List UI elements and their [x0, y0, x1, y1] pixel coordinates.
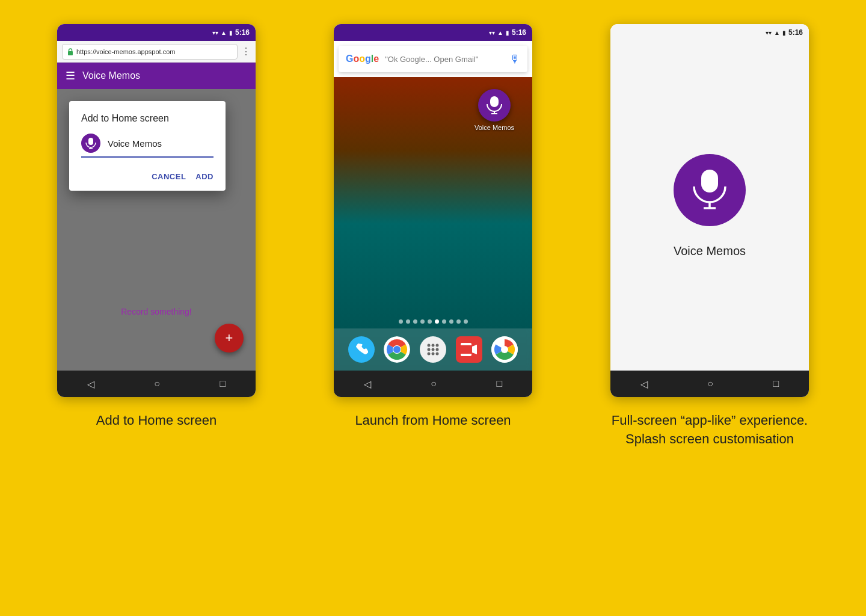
dialog-buttons: CANCEL ADD [81, 170, 213, 183]
svg-point-18 [435, 353, 438, 356]
phone-section-3: ▾▾ ▲ ▮ 5:16 Voice Memos [589, 24, 830, 449]
record-text: Record something! [57, 307, 256, 316]
add-to-homescreen-dialog: Add to Home screen Voice Memos [69, 101, 226, 191]
dot-3 [413, 319, 417, 324]
svg-point-13 [427, 348, 430, 351]
svg-rect-24 [468, 343, 470, 345]
signal-icon-2: ▲ [497, 29, 503, 36]
dock-apps-icon[interactable] [420, 336, 446, 363]
phones-row: ▾▾ ▲ ▮ 5:16 https://voice-memos.appspot.… [36, 24, 830, 449]
svg-rect-0 [68, 51, 73, 55]
phone-frame-2: ▾▾ ▲ ▮ 5:16 Google "Ok Google... Open Gm… [334, 24, 532, 397]
dot-7 [442, 319, 446, 324]
phone1-label: Add to Home screen [96, 411, 217, 430]
nav-bar-1: ◁ ○ □ [57, 371, 256, 397]
app-dock [334, 328, 532, 371]
svg-rect-4 [490, 96, 499, 107]
time-display-1: 5:16 [235, 28, 250, 37]
nav-back-button-2[interactable]: ◁ [364, 378, 371, 390]
svg-rect-25 [461, 354, 462, 356]
nav-home-button-2[interactable]: ○ [431, 378, 437, 389]
svg-point-14 [431, 348, 434, 351]
wifi-icon: ▾▾ [212, 29, 218, 36]
nav-home-button-3[interactable]: ○ [707, 378, 713, 389]
svg-rect-27 [466, 354, 467, 356]
phone2-label: Launch from Home screen [355, 411, 511, 430]
dot-2 [406, 319, 410, 324]
svg-point-15 [435, 348, 438, 351]
mic-icon-small [85, 137, 96, 149]
svg-point-12 [435, 344, 438, 347]
google-logo: Google [346, 54, 379, 64]
dot-5 [428, 319, 432, 324]
svg-rect-21 [461, 343, 462, 345]
url-text: https://voice-memos.appspot.com [76, 48, 175, 55]
wifi-icon-2: ▾▾ [489, 29, 495, 36]
svg-point-16 [427, 353, 430, 356]
dock-phone-icon[interactable] [348, 336, 375, 363]
svg-point-17 [431, 353, 434, 356]
home-voice-memos-icon[interactable]: Voice Memos [474, 89, 514, 131]
app-header-1: ☰ Voice Memos [57, 63, 256, 89]
time-display-3: 5:16 [788, 28, 803, 37]
battery-icon-2: ▮ [506, 29, 509, 36]
dock-photos-icon[interactable] [491, 336, 518, 363]
mic-icon-splash [690, 168, 729, 212]
svg-rect-20 [461, 345, 471, 354]
dot-9 [456, 319, 461, 324]
wifi-icon-3: ▾▾ [766, 29, 772, 36]
splash-screen: Voice Memos [610, 41, 809, 371]
dialog-input-row: Voice Memos [81, 134, 213, 158]
dialog-cancel-button[interactable]: CANCEL [152, 170, 186, 183]
google-search-placeholder: "Ok Google... Open Gmail" [385, 55, 503, 64]
app-title-1: Voice Memos [82, 70, 140, 81]
dialog-app-name-input[interactable]: Voice Memos [108, 138, 213, 149]
mic-icon-home [486, 96, 503, 115]
video-icon [461, 343, 478, 356]
phone3-label: Full-screen “app-like” experience. Splas… [612, 411, 808, 449]
signal-icon: ▲ [221, 29, 227, 36]
splash-app-name: Voice Memos [674, 244, 746, 258]
nav-back-button-3[interactable]: ◁ [640, 378, 648, 390]
nav-home-button[interactable]: ○ [154, 378, 160, 389]
dialog-title: Add to Home screen [81, 113, 213, 124]
svg-rect-26 [464, 354, 465, 356]
dot-10 [464, 319, 468, 324]
home-app-icon-bg [478, 89, 511, 122]
nav-recents-button-3[interactable]: □ [773, 378, 779, 389]
nav-bar-2: ◁ ○ □ [334, 371, 532, 397]
time-display-2: 5:16 [512, 28, 526, 37]
nav-bar-3: ◁ ○ □ [610, 371, 809, 397]
photos-icon [491, 336, 518, 363]
dot-6-active [435, 319, 439, 324]
more-options-icon[interactable]: ⋮ [241, 46, 251, 57]
dot-8 [449, 319, 453, 324]
google-mic-icon[interactable]: 🎙 [509, 53, 520, 66]
home-wallpaper: Voice Memos [334, 77, 532, 371]
chrome-address-bar: https://voice-memos.appspot.com ⋮ [57, 41, 256, 63]
dock-chrome-icon[interactable] [384, 336, 410, 363]
splash-app-icon [674, 154, 746, 226]
chrome-icon-svg [384, 336, 410, 363]
dialog-add-button[interactable]: ADD [195, 170, 213, 183]
dock-video-icon[interactable] [456, 336, 482, 363]
google-search-bar[interactable]: Google "Ok Google... Open Gmail" 🎙 [339, 46, 527, 72]
svg-rect-22 [464, 343, 465, 345]
status-bar-2: ▾▾ ▲ ▮ 5:16 [334, 24, 532, 41]
phone-icon [355, 343, 368, 356]
svg-point-11 [431, 344, 434, 347]
phone2-content: Google "Ok Google... Open Gmail" 🎙 [334, 41, 532, 371]
phone-frame-3: ▾▾ ▲ ▮ 5:16 Voice Memos [610, 24, 809, 397]
nav-back-button[interactable]: ◁ [87, 378, 94, 390]
page-dots [399, 319, 468, 324]
url-field[interactable]: https://voice-memos.appspot.com [62, 44, 238, 60]
signal-icon-3: ▲ [774, 29, 780, 36]
hamburger-icon[interactable]: ☰ [66, 69, 75, 82]
nav-recents-button[interactable]: □ [220, 378, 226, 389]
nav-recents-button-2[interactable]: □ [497, 378, 503, 389]
fab-record-button[interactable]: + [215, 324, 244, 353]
battery-icon: ▮ [229, 29, 233, 36]
home-icon-label: Voice Memos [474, 124, 514, 131]
apps-grid-icon [426, 343, 440, 356]
status-icons-2: ▾▾ ▲ ▮ 5:16 [489, 28, 526, 37]
